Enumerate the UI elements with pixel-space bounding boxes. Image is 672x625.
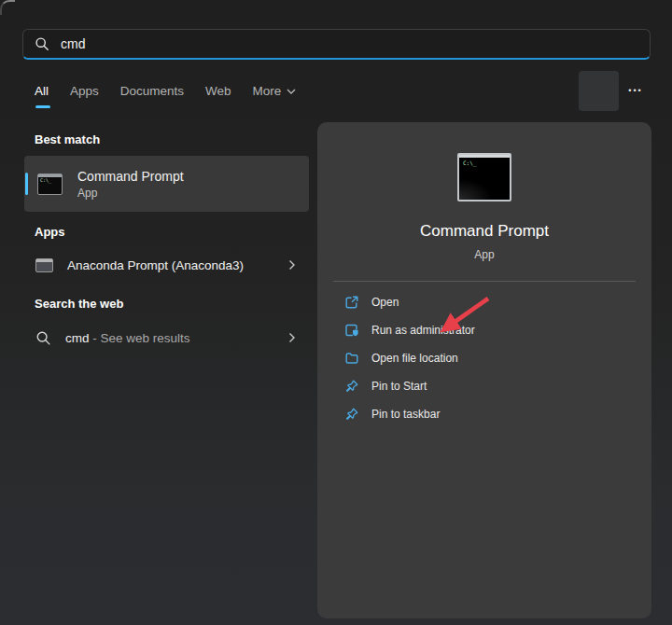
run-as-admin-icon <box>344 323 359 338</box>
folder-icon <box>344 351 359 366</box>
preview-panel: C:\_ Command Prompt App Open Run as admi… <box>317 122 651 618</box>
result-title: Anaconda Prompt (Anaconda3) <box>67 258 244 272</box>
anaconda-prompt-icon <box>35 258 53 272</box>
chevron-right-icon[interactable] <box>288 259 296 271</box>
best-match-result[interactable]: C:\_ Command Prompt App <box>24 156 309 212</box>
more-options-button[interactable]: ••• <box>622 81 650 100</box>
action-open[interactable]: Open <box>317 288 651 316</box>
result-title: Command Prompt <box>77 169 184 184</box>
result-subtitle: App <box>77 187 184 200</box>
chevron-right-icon[interactable] <box>288 332 296 343</box>
search-icon <box>35 36 49 51</box>
tab-web[interactable]: Web <box>205 84 231 98</box>
apps-header: Apps <box>35 225 65 239</box>
pin-icon <box>344 407 359 422</box>
active-tab-indicator <box>35 105 50 108</box>
search-bar[interactable] <box>22 29 651 60</box>
tab-documents[interactable]: Documents <box>120 84 184 98</box>
apps-result-anaconda[interactable]: Anaconda Prompt (Anaconda3) <box>24 244 309 285</box>
preview-subtitle: App <box>474 248 494 261</box>
search-input[interactable] <box>61 36 638 51</box>
search-icon <box>35 330 51 346</box>
tab-all[interactable]: All <box>35 84 49 98</box>
hover-highlight-square <box>579 71 619 111</box>
action-list: Open Run as administrator Open file loca… <box>317 288 651 428</box>
open-icon <box>344 295 359 310</box>
divider <box>333 281 636 282</box>
selection-accent-bar <box>25 173 28 195</box>
action-run-as-administrator[interactable]: Run as administrator <box>317 316 651 344</box>
action-open-file-location[interactable]: Open file location <box>317 344 651 372</box>
action-pin-to-taskbar[interactable]: Pin to taskbar <box>317 400 651 428</box>
chevron-down-icon <box>287 89 296 94</box>
action-pin-to-start[interactable]: Pin to Start <box>317 372 651 400</box>
command-prompt-icon: C:\_ <box>457 153 511 201</box>
tab-apps[interactable]: Apps <box>70 84 99 98</box>
web-query: cmd <box>65 331 90 345</box>
pin-icon <box>344 379 359 394</box>
web-result-cmd[interactable]: cmd - See web results <box>24 317 309 358</box>
preview-title: Command Prompt <box>420 222 549 241</box>
window-corner-highlight <box>0 0 15 15</box>
best-match-header: Best match <box>35 132 100 146</box>
command-prompt-icon: C:\_ <box>37 174 63 195</box>
web-suffix: - See web results <box>90 331 190 345</box>
search-web-header: Search the web <box>35 297 123 311</box>
tab-more[interactable]: More <box>253 84 297 98</box>
search-filter-tabs: All Apps Documents Web More <box>35 84 296 98</box>
